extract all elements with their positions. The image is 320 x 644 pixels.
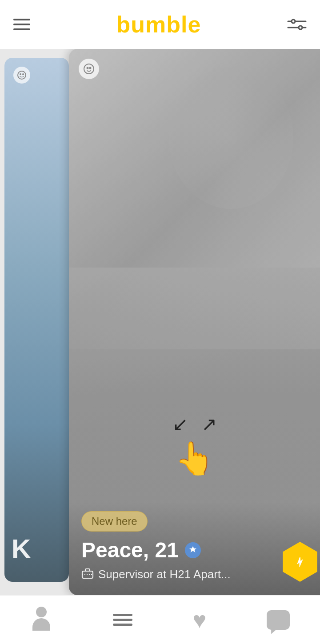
profile-icon [30,607,52,633]
card-front[interactable]: ↙ ↗ 👆 New here Peace, 21 [69,49,320,595]
profile-name: Peace, 21 [81,538,179,562]
app-logo: bumble [116,11,201,38]
app-header: bumble [0,0,320,49]
card-photo-indicator[interactable] [79,59,99,79]
profile-name-row: Peace, 21 [81,538,308,562]
swipe-arrows: ↙ ↗ [172,413,217,435]
card-back-photo-indicator [13,67,30,84]
chat-icon [267,610,290,630]
nav-likes[interactable]: ♥ [192,608,206,632]
arrow-right-icon: ↗ [201,413,217,435]
svg-point-11 [89,67,92,69]
hand-pointer-icon: 👆 [175,440,215,477]
new-here-badge: New here [81,511,148,532]
card-info: New here Peace, 21 Supervisor a [69,502,320,595]
svg-point-8 [22,73,24,75]
svg-point-6 [18,71,26,79]
bottom-nav: ♥ [0,595,320,644]
card-back-initial: K [12,533,31,564]
filter-button[interactable] [287,15,307,34]
svg-point-9 [84,64,94,74]
nav-profile[interactable] [30,607,52,633]
cards-icon [113,614,132,626]
arrow-left-icon: ↙ [172,413,188,435]
chat-bubble [267,610,290,630]
profile-job-row: Supervisor at H21 Apart... [81,567,308,582]
card-back-photo [4,58,69,582]
svg-point-7 [20,73,21,75]
profile-head [36,607,47,617]
card-back: K [4,58,69,582]
heart-icon: ♥ [192,608,206,632]
profile-job: Supervisor at H21 Apart... [98,568,231,581]
briefcase-icon [81,567,94,582]
menu-button[interactable] [13,19,30,30]
svg-point-10 [87,67,89,69]
swipe-gesture: ↙ ↗ 👆 [69,413,320,477]
nav-cards[interactable] [113,614,132,626]
profile-body [32,618,50,631]
card-area: K ↙ ↗ 👆 N [0,49,320,595]
nav-chat[interactable] [267,610,290,630]
verified-badge [185,542,201,558]
